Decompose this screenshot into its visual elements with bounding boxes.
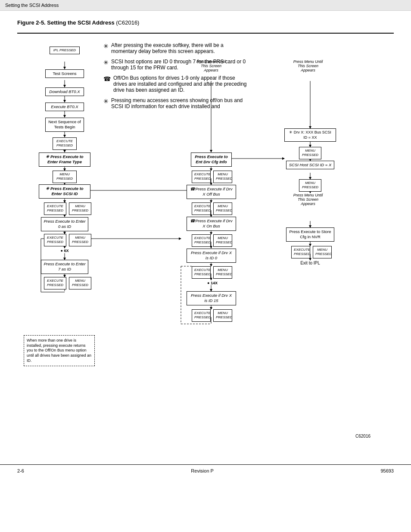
footer-right: 95693 xyxy=(380,468,394,473)
note-2-symbol: ✳ xyxy=(103,59,109,71)
main-content: Figure 2-5. Setting the SCSI Address (C6… xyxy=(0,11,411,451)
press-enter-7-box: Press Execute to Enter 7 as ID xyxy=(41,260,88,274)
press-exec-id0-box: Press Execute if Drv X is ID 0 xyxy=(187,249,236,263)
exec-pressed-c2a-box: EXECUTE PRESSED xyxy=(192,202,211,215)
menu-pressed-3a-box: MENU PRESSED xyxy=(69,234,91,246)
exec-pressed-2a-box: EXECUTE PRESSED xyxy=(44,202,66,215)
press-exec-on-bus-box: ☎Press Execute if Drv X On Bus xyxy=(187,217,236,231)
menu-pressed-r2-box: MENU PRESSED xyxy=(299,179,321,192)
figure-code-label: C62016 xyxy=(355,434,371,439)
diagram-container: IPL PRESSED Test Screens Download BT0.X … xyxy=(17,42,371,439)
exec-pressed-c3a-box: EXECUTE PRESSED xyxy=(192,234,211,247)
test-screens-box: Test Screens xyxy=(45,69,84,78)
note-3-symbol: ☎ xyxy=(103,75,111,93)
press-exec-id15-box: Press Execute if Drv X is ID 15 xyxy=(187,291,236,305)
menu-pressed-c3a-box: MENU PRESSED xyxy=(213,234,232,247)
note-4-text: Pressing menu accesses screens showing o… xyxy=(111,97,250,109)
note-2-text: SCSI host options are ID 0 through 7 for… xyxy=(111,59,250,71)
exec-pressed-c4a-box: EXECUTE PRESSED xyxy=(192,266,211,279)
press-enter-0-box: Press Execute to Enter 0 as ID xyxy=(41,217,88,231)
note-3: ☎ Off/On Bus options for drives 1-9 only… xyxy=(103,75,250,93)
menu-pressed-c5a-box: MENU PRESSED xyxy=(213,309,232,322)
menu-pressed-c4a-box: MENU PRESSED xyxy=(213,266,232,279)
menu-pressed-r1-box: MENU PRESSED xyxy=(299,147,321,159)
exec-pressed-3a-box: EXECUTE PRESSED xyxy=(44,234,66,246)
menu-pressed-r3-box: MENU PRESSED xyxy=(313,246,332,258)
press-menu-2-text: Press Menu Until This Screen Appears xyxy=(291,59,325,72)
press-exec-off-bus-box: ☎Press Execute if Drv X Off Bus xyxy=(187,185,236,199)
figure-title-bold: Figure 2-5. Setting the SCSI Address xyxy=(17,19,115,26)
exec-pressed-c1-box: EXECUTE PRESSED xyxy=(192,171,211,183)
menu-pressed-2a-box: MENU PRESSED xyxy=(69,202,91,215)
header-bar: Setting the SCSI Address xyxy=(0,0,411,11)
press-scsi-id-box: ✳ Press Execute to Enter SCSI ID xyxy=(39,184,90,199)
exec-pressed-c5a-box: EXECUTE PRESSED xyxy=(192,309,211,322)
figure-code: (C62016) xyxy=(116,19,139,26)
press-frame-type-box: ✳ Press Execute to Enter Frame Type xyxy=(39,152,90,167)
menu-pressed-1-box: MENU PRESSED xyxy=(53,171,77,183)
note-1-symbol: ✳ xyxy=(103,43,109,54)
press-menu-3-text: Press Menu Until This Screen Appears xyxy=(291,193,325,206)
bullet-6x-text: ● 6X xyxy=(59,249,70,253)
note-1-text: After pressing the execute softkey, ther… xyxy=(111,42,250,54)
figure-title: Figure 2-5. Setting the SCSI Address (C6… xyxy=(17,19,394,26)
ipl-pressed-box: IPL PRESSED xyxy=(50,47,80,54)
figure-divider xyxy=(17,33,394,34)
execute-bt0-box: Execute BT0.X xyxy=(45,103,84,111)
note-4: ✳ Pressing menu accesses screens showing… xyxy=(103,97,250,109)
page-footer: 2-6 Revision P 95693 xyxy=(0,464,411,473)
note-3-text: Off/On Bus options for drives 1-9 only a… xyxy=(113,75,250,93)
execute-pressed-1-box: EXECUTE PRESSED xyxy=(53,137,77,150)
scsi-host-box: SCSI Host SCSI ID = X xyxy=(286,161,334,169)
exec-pressed-r3-box: EXECUTE PRESSED xyxy=(291,246,310,258)
store-cfg-box: Press Execute to Store Cfg in NVR xyxy=(286,227,334,242)
footer-left: 2-6 xyxy=(17,468,24,473)
bullet-14x-text: ● 14X xyxy=(206,281,219,285)
menu-pressed-c1-box: MENU PRESSED xyxy=(213,171,232,183)
footer-center: Revision P xyxy=(191,468,214,473)
notes-area: ✳ After pressing the execute softkey, th… xyxy=(103,42,250,114)
ent-drv-cfg-box: Press Execute to Ent Drv Cfg Info xyxy=(191,152,232,167)
menu-pressed-c2a-box: MENU PRESSED xyxy=(213,202,232,215)
header-text: Setting the SCSI Address xyxy=(5,3,59,8)
drv-xxx-bus-box: ✳ Drv X: XXX Bus SCSI ID = XX xyxy=(284,128,336,142)
note-1: ✳ After pressing the execute softkey, th… xyxy=(103,42,250,54)
note-2: ✳ SCSI host options are ID 0 through 7 f… xyxy=(103,59,250,71)
next-seq-box: Next Sequence of Tests Begin xyxy=(45,118,84,132)
download-box: Download BT0.X xyxy=(45,87,84,96)
when-more-than-box: When more than one drive is installed, p… xyxy=(24,335,95,366)
note-4-symbol: ✳ xyxy=(103,98,109,109)
menu-pressed-4a-box: MENU PRESSED xyxy=(69,277,91,289)
exec-pressed-4a-box: EXECUTE PRESSED xyxy=(44,277,66,289)
exit-ipl-text: Exit to IPL xyxy=(297,261,323,265)
